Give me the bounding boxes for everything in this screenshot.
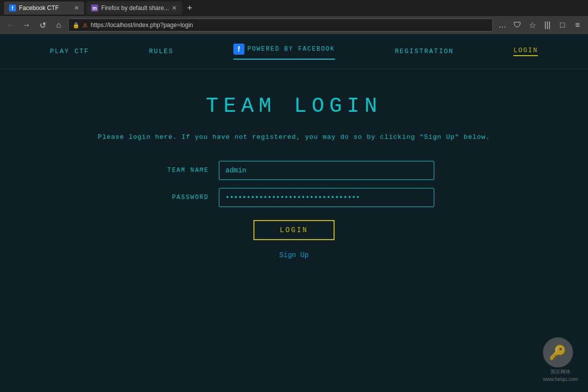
- watermark-text-1: 黑区网络: [543, 368, 578, 375]
- team-name-row: TEAM NAME: [144, 161, 444, 180]
- tab-favicon: ⌂f: [9, 5, 16, 12]
- new-tab-button[interactable]: +: [184, 3, 195, 14]
- facebook-icon: f: [233, 44, 244, 55]
- tab-label-2: Firefox by default share...: [101, 5, 169, 12]
- toolbar-right: … 🛡 ☆ ||| □ ≡: [496, 19, 584, 32]
- nav-logo-text: POWERED BY FACEBOOK: [247, 46, 335, 53]
- signup-link[interactable]: Sign Up: [279, 251, 309, 259]
- nav-logo[interactable]: f POWERED BY FACEBOOK: [233, 44, 335, 60]
- bookmarks-button[interactable]: |||: [541, 19, 554, 32]
- tab-firefox[interactable]: m Firefox by default share... ✕: [86, 2, 182, 15]
- tab-favicon-2: m: [91, 5, 98, 12]
- lock-icon: 🔒: [73, 22, 80, 29]
- password-label: PASSWORD: [154, 194, 209, 201]
- tab-close-button-2[interactable]: ✕: [172, 5, 177, 12]
- main-content: TEAM LOGIN Please login here. If you hav…: [0, 69, 588, 259]
- login-button[interactable]: LOGIN: [253, 220, 334, 240]
- team-name-input[interactable]: [219, 161, 434, 180]
- watermark: 🔑 黑区网络 www.heiqu.com: [543, 337, 578, 376]
- password-input[interactable]: [219, 188, 434, 207]
- nav-registration[interactable]: REGISTRATION: [395, 48, 454, 55]
- nav-play-ctf[interactable]: PLAY CTF: [50, 48, 89, 55]
- browser-titlebar: ⌂f Facebook CTF ✕ m Firefox by default s…: [0, 0, 588, 16]
- tab-close-button[interactable]: ✕: [74, 5, 79, 12]
- shield-button[interactable]: 🛡: [511, 19, 524, 32]
- back-button[interactable]: ←: [4, 19, 17, 32]
- tab-label: Facebook CTF: [19, 5, 59, 12]
- address-bar[interactable]: 🔒 ⚠ https://localhost/index.php?page=log…: [68, 19, 493, 32]
- warning-icon: ⚠: [83, 22, 88, 29]
- browser-toolbar: ← → ↺ ⌂ 🔒 ⚠ https://localhost/index.php?…: [0, 16, 588, 34]
- nav-rules[interactable]: RULES: [149, 48, 174, 55]
- tab-facebook-ctf[interactable]: ⌂f Facebook CTF ✕: [4, 2, 84, 15]
- watermark-icon: 🔑: [543, 337, 573, 367]
- website-content: PLAY CTF RULES f POWERED BY FACEBOOK REG…: [0, 34, 588, 376]
- nav-login[interactable]: LOGIN: [513, 47, 538, 56]
- password-row: PASSWORD: [144, 188, 444, 207]
- team-name-label: TEAM NAME: [154, 167, 209, 174]
- more-button[interactable]: …: [496, 19, 509, 32]
- forward-button[interactable]: →: [20, 19, 33, 32]
- login-form: TEAM NAME PASSWORD LOGIN Sign Up: [144, 161, 444, 259]
- bookmark-button[interactable]: ☆: [526, 19, 539, 32]
- nav-logo-underline: [233, 59, 335, 60]
- page-subtitle: Please login here. If you have not regis…: [98, 133, 490, 141]
- site-nav: PLAY CTF RULES f POWERED BY FACEBOOK REG…: [0, 34, 588, 69]
- refresh-button[interactable]: ↺: [36, 19, 49, 32]
- url-text: https://localhost/index.php?page=login: [91, 22, 193, 29]
- home-button[interactable]: ⌂: [52, 19, 65, 32]
- sidebar-button[interactable]: □: [556, 19, 569, 32]
- menu-button[interactable]: ≡: [571, 19, 584, 32]
- page-title: TEAM LOGIN: [206, 94, 382, 118]
- nav-logo-inner: f POWERED BY FACEBOOK: [233, 44, 335, 55]
- browser-chrome: ⌂f Facebook CTF ✕ m Firefox by default s…: [0, 0, 588, 34]
